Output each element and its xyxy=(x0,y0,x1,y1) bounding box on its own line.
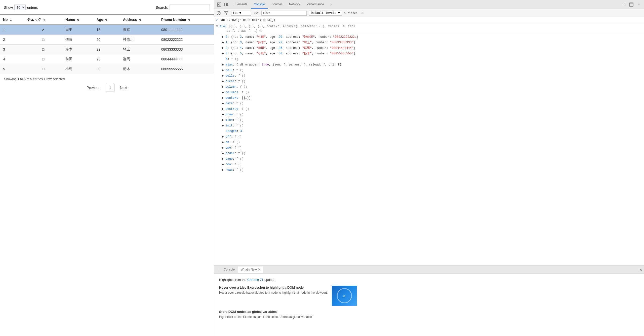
prop-dollar: $: f () xyxy=(222,57,642,61)
table-row[interactable]: 1 ✔ 田中 18 東京 08011111111 xyxy=(0,25,214,35)
expand-ajax-icon[interactable] xyxy=(222,62,224,67)
console-prop-line: clear: f () xyxy=(214,79,644,84)
expand-draw-icon[interactable] xyxy=(222,112,224,117)
expand-cells-icon[interactable] xyxy=(222,74,224,78)
prop-0: 0: {no: 2, name: "佐藤", age: 20, address:… xyxy=(225,35,642,39)
cell-address: 群馬 xyxy=(120,54,158,64)
prop-cell: cell: f () xyxy=(225,68,642,73)
console-prop-line: length: 4 xyxy=(214,128,644,134)
expand-rows-icon[interactable] xyxy=(222,168,224,172)
pagination: Previous 1 Next xyxy=(0,84,214,91)
search-input[interactable] xyxy=(170,5,210,10)
cell-check[interactable]: □ xyxy=(24,64,62,74)
console-output[interactable]: > table.rows('.deselect').data();s(4) [{… xyxy=(214,17,644,265)
tab-performance[interactable]: Performance xyxy=(304,1,327,9)
expand-context-icon[interactable] xyxy=(222,96,224,100)
expand-one-icon[interactable] xyxy=(222,146,224,150)
console-settings-icon[interactable]: ⚙ xyxy=(359,10,366,16)
cell-phone: 08033333333 xyxy=(158,45,214,54)
cell-address: 埼玉 xyxy=(120,45,158,54)
prop-destroy: destroy: f () xyxy=(225,107,642,111)
more-options-icon[interactable]: ⋮ xyxy=(621,2,627,8)
expand-data-icon[interactable] xyxy=(222,101,224,106)
whats-new-close-icon[interactable]: ✕ xyxy=(258,267,261,272)
eye-icon[interactable] xyxy=(253,10,259,16)
entries-label: entries xyxy=(27,6,38,10)
prop-draw: draw: f () xyxy=(225,112,642,117)
close-devtools-icon[interactable]: ✕ xyxy=(636,2,642,8)
table-row[interactable]: 4 □ 前田 25 群馬 08044444444 xyxy=(0,54,214,64)
console-prop-line: order: f () xyxy=(214,151,644,156)
prop-init: init: f () xyxy=(225,123,642,128)
expand-columns-icon[interactable] xyxy=(222,90,224,95)
col-age[interactable]: Age ⇅ xyxy=(94,15,120,25)
cell-age: 30 xyxy=(94,64,120,74)
feature-2-title: Store DOM nodes as global variables xyxy=(219,310,313,314)
console-filter-input[interactable] xyxy=(261,11,307,16)
next-button[interactable]: Next xyxy=(116,84,131,91)
whats-new-label: What's New xyxy=(241,268,257,271)
whats-new-content: Highlights from the Chrome 71 update Hov… xyxy=(214,274,644,336)
expand-i18n-icon[interactable] xyxy=(222,118,224,122)
expand-cell-icon[interactable] xyxy=(222,68,224,73)
col-name[interactable]: Name ⇅ xyxy=(62,15,94,25)
feature-item-2: Store DOM nodes as global variables Righ… xyxy=(219,310,639,319)
expand-0-icon[interactable] xyxy=(222,35,224,39)
bottom-panel-close-icon[interactable]: ✕ xyxy=(639,267,642,272)
collapse-icon[interactable] xyxy=(216,24,218,29)
cell-check[interactable]: □ xyxy=(24,54,62,64)
bottom-tab-console[interactable]: Console xyxy=(221,267,237,273)
prop-off: off: f () xyxy=(225,135,642,139)
expand-column-icon[interactable] xyxy=(222,85,224,89)
levels-dropdown[interactable]: Default levels ▼ xyxy=(309,11,342,16)
console-prop-line: off: f () xyxy=(214,134,644,140)
cell-address: 東京 xyxy=(120,25,158,35)
col-check[interactable]: チェック ⇅ xyxy=(24,15,62,25)
clear-console-button[interactable] xyxy=(216,11,221,16)
console-prop-line: 3: {no: 5, name: "小島", age: 30, address:… xyxy=(214,51,644,56)
filter-toggle-icon[interactable] xyxy=(223,10,229,16)
sort-icon-no: ▲ xyxy=(10,19,12,21)
expand-2-icon[interactable] xyxy=(222,46,224,50)
dock-icon[interactable] xyxy=(628,2,634,8)
console-input-text: table.rows('.deselect').data(); xyxy=(219,18,642,22)
tab-elements[interactable]: Elements xyxy=(232,1,250,9)
col-no[interactable]: No ▲ xyxy=(0,15,24,25)
prop-on: on: f () xyxy=(225,140,642,145)
col-phone[interactable]: Phone Number ⇅ xyxy=(158,15,214,25)
table-row[interactable]: 3 □ 鈴木 22 埼玉 08033333333 xyxy=(0,45,214,54)
expand-destroy-icon[interactable] xyxy=(222,107,224,111)
device-toolbar-icon[interactable] xyxy=(223,2,229,8)
table-row[interactable]: 5 □ 小島 30 栃木 08055555555 xyxy=(0,64,214,74)
svg-rect-2 xyxy=(225,3,226,6)
previous-button[interactable]: Previous xyxy=(83,84,104,91)
col-address[interactable]: Address ⇅ xyxy=(120,15,158,25)
cell-phone: 08055555555 xyxy=(158,64,214,74)
expand-row-icon[interactable] xyxy=(222,162,224,167)
tab-console[interactable]: Console xyxy=(251,1,268,9)
tab-sources[interactable]: Sources xyxy=(268,1,286,9)
bottom-menu-icon[interactable]: ⋮ xyxy=(216,267,220,272)
tab-more[interactable]: » xyxy=(328,1,335,9)
inspect-element-icon[interactable] xyxy=(216,2,222,8)
cell-no: 1 xyxy=(0,25,24,35)
entries-select[interactable]: 10 25 50 xyxy=(14,5,26,10)
tab-network[interactable]: Network xyxy=(286,1,303,9)
cell-check[interactable]: □ xyxy=(24,45,62,54)
expand-order-icon[interactable] xyxy=(222,151,224,156)
prop-length: length: 4 xyxy=(222,129,642,133)
context-selector[interactable]: top ▼ xyxy=(231,11,251,16)
expand-on-icon[interactable] xyxy=(222,140,224,145)
expand-clear-icon[interactable] xyxy=(222,79,224,84)
cell-address: 神奈川 xyxy=(120,35,158,45)
expand-1-icon[interactable] xyxy=(222,40,224,45)
expand-page-icon[interactable] xyxy=(222,157,224,161)
bottom-tab-whats-new[interactable]: What's New ✕ xyxy=(238,266,263,273)
expand-init-icon[interactable] xyxy=(222,123,224,128)
page-1-button[interactable]: 1 xyxy=(106,84,114,91)
cell-check[interactable]: ✔ xyxy=(24,25,62,35)
expand-3-icon[interactable] xyxy=(222,51,224,56)
table-row[interactable]: 2 □ 佐藤 20 神奈川 08022222222 xyxy=(0,35,214,45)
expand-off-icon[interactable] xyxy=(222,135,224,139)
cell-check[interactable]: □ xyxy=(24,35,62,45)
